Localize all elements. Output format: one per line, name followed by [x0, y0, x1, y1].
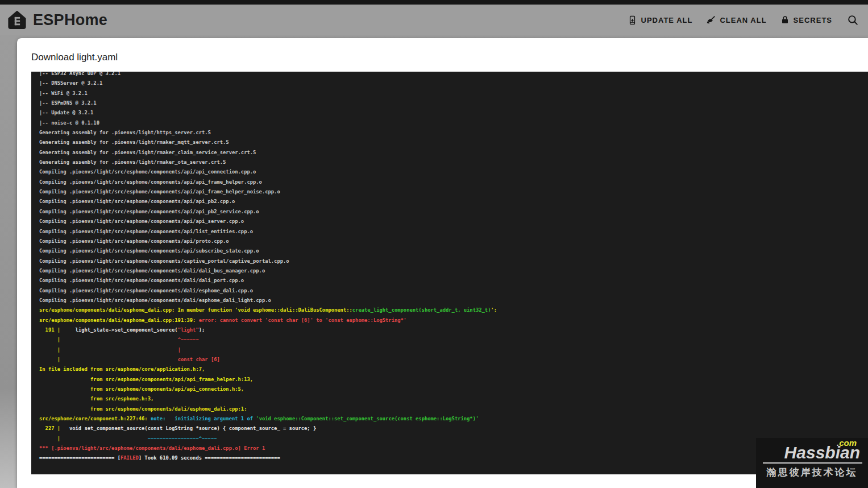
terminal-line: Compiling .pioenvs/light/src/esphome/com…	[39, 246, 868, 256]
terminal-line: src/esphome/core/component.h:227:46: not…	[39, 414, 868, 424]
terminal-line: |-- ESP32 Async UDP @ 3.2.1	[39, 72, 868, 78]
terminal-line: |-- Update @ 3.2.1	[39, 108, 868, 118]
terminal-line: Generating assembly for .pioenvs/light/r…	[39, 148, 868, 158]
terminal-line: In file included from src/esphome/core/a…	[39, 365, 868, 374]
terminal-line: 191 | light_state->set_component_source(…	[39, 325, 868, 335]
brand: ESPHome	[7, 10, 107, 30]
lock-icon	[780, 15, 790, 25]
terminal-line: 227 | void set_component_source(const Lo…	[39, 424, 868, 433]
terminal-line: src/esphome/components/dali/esphome_dali…	[39, 316, 868, 325]
terminal-line: Compiling .pioenvs/light/src/esphome/com…	[39, 197, 868, 206]
terminal-line: from src/esphome.h:3,	[39, 394, 868, 404]
terminal-line: |-- ESPmDNS @ 3.2.1	[39, 98, 868, 108]
clean-all-label: CLEAN ALL	[720, 16, 766, 24]
terminal-line: Compiling .pioenvs/light/src/esphome/com…	[39, 187, 868, 197]
dialog-title: Download light.yaml	[31, 52, 868, 63]
terminal-line: Compiling .pioenvs/light/src/esphome/com…	[39, 257, 868, 266]
app-title: ESPHome	[33, 11, 107, 29]
terminal-line: Compiling .pioenvs/light/src/esphome/com…	[39, 217, 868, 226]
search-icon	[847, 14, 859, 26]
terminal-line: Compiling .pioenvs/light/src/esphome/com…	[39, 177, 868, 187]
terminal-line: from src/esphome/components/api/api_conn…	[39, 384, 868, 394]
system-update-icon	[628, 15, 637, 26]
terminal-line: |-- DNSServer @ 3.2.1	[39, 78, 868, 88]
terminal-line: Compiling .pioenvs/light/src/esphome/com…	[39, 276, 868, 286]
top-bar	[0, 0, 868, 5]
terminal-line: Compiling .pioenvs/light/src/esphome/com…	[39, 237, 868, 246]
terminal-line: *** [.pioenvs/light/src/esphome/componen…	[39, 444, 868, 453]
terminal-line: Compiling .pioenvs/light/src/esphome/com…	[39, 266, 868, 276]
watermark-name: Hassbian	[756, 445, 868, 461]
terminal-line: Compiling .pioenvs/light/src/esphome/com…	[39, 296, 868, 305]
terminal-line: src/esphome/components/dali/esphome_dali…	[39, 305, 868, 315]
terminal-line: Compiling .pioenvs/light/src/esphome/com…	[39, 227, 868, 237]
download-dialog: Download light.yaml |-- ESP32 Async UDP …	[17, 38, 868, 488]
terminal-line: |-- noise-c @ 0.1.10	[39, 118, 868, 128]
terminal-line: | const char [6]	[39, 355, 868, 365]
app-header: ESPHome UPDATE ALL CLEAN ALL	[0, 5, 868, 35]
page-background: Download light.yaml |-- ESP32 Async UDP …	[0, 35, 868, 488]
esphome-logo-icon	[7, 10, 27, 30]
terminal-line: ========================= [FAILED] Took …	[39, 453, 868, 463]
watermark-subtitle: 瀚思彼岸技术论坛	[756, 466, 868, 479]
update-all-button[interactable]: UPDATE ALL	[621, 10, 700, 30]
terminal-line: |-- WiFi @ 3.2.1	[39, 89, 868, 98]
terminal-line: Compiling .pioenvs/light/src/esphome/com…	[39, 207, 868, 217]
search-button[interactable]	[844, 11, 862, 30]
clean-all-button[interactable]: CLEAN ALL	[699, 11, 773, 30]
terminal-line: Compiling .pioenvs/light/src/esphome/com…	[39, 167, 868, 177]
watermark: .com Hassbian 瀚思彼岸技术论坛	[756, 438, 868, 488]
terminal-line: Generating assembly for .pioenvs/light/r…	[39, 138, 868, 147]
terminal-line: Compiling .pioenvs/light/src/esphome/com…	[39, 286, 868, 296]
terminal-line: Generating assembly for .pioenvs/light/r…	[39, 158, 868, 167]
terminal-line: Generating assembly for .pioenvs/light/h…	[39, 128, 868, 138]
secrets-label: SECRETS	[794, 16, 832, 24]
broom-icon	[706, 15, 716, 25]
terminal-line: from src/esphome/components/api/api_fram…	[39, 375, 868, 384]
terminal-line: | ^~~~~~~	[39, 335, 868, 345]
terminal-log: |-- ESP32 Async UDP @ 3.2.1|-- DNSServer…	[39, 72, 868, 464]
terminal-line: | |	[39, 345, 868, 355]
secrets-button[interactable]: SECRETS	[774, 10, 839, 30]
terminal-output[interactable]: |-- ESP32 Async UDP @ 3.2.1|-- DNSServer…	[31, 72, 868, 474]
watermark-divider	[763, 462, 862, 464]
terminal-line: | ~~~~~~~~~~~~~~~~~^~~~~~	[39, 434, 868, 444]
update-all-label: UPDATE ALL	[641, 16, 693, 24]
terminal-line: from src/esphome/components/dali/esphome…	[39, 404, 868, 414]
